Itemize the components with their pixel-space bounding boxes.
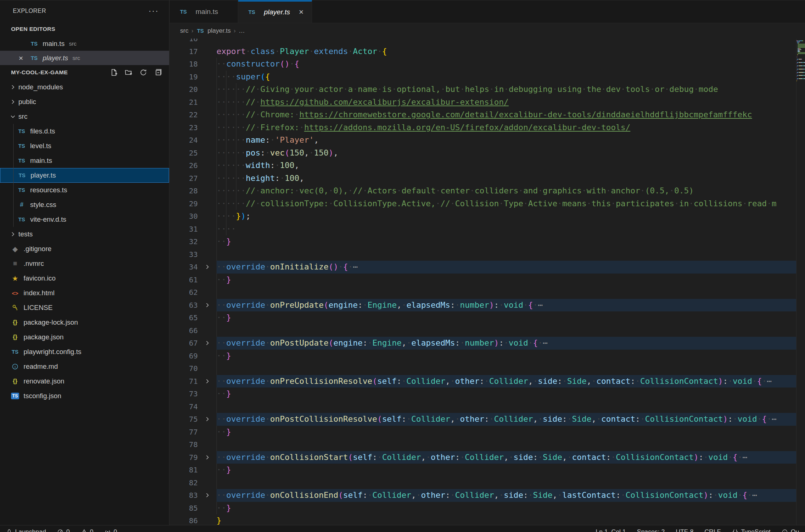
- tree-file-.nvmrc[interactable]: ≡.nvmrc: [0, 256, 169, 271]
- code-line-63[interactable]: 63··override·onPreUpdate(engine:·Engine,…: [170, 299, 796, 312]
- open-editor-main.ts[interactable]: TSmain.tssrc: [0, 36, 169, 51]
- close-icon[interactable]: ×: [15, 51, 26, 65]
- code-text: ··}: [217, 388, 796, 400]
- breadcrumb-file[interactable]: player.ts: [208, 27, 231, 35]
- code-line-28[interactable]: 28······//·anchor:·vec(0,·0),·//·Actors·…: [170, 185, 796, 197]
- code-line-75[interactable]: 75··override·onPostCollisionResolve(self…: [170, 413, 796, 426]
- status-item-0[interactable]: 0: [57, 528, 69, 532]
- code-line-83[interactable]: 83··override·onCollisionEnd(self:·Collid…: [170, 489, 796, 502]
- close-icon[interactable]: ×: [299, 7, 304, 17]
- tree-file-tsconfig.json[interactable]: TStsconfig.json: [0, 389, 169, 403]
- code-line-82[interactable]: 82: [170, 476, 796, 489]
- minimap[interactable]: [796, 39, 805, 532]
- tree-file-package.json[interactable]: {}package.json: [0, 330, 169, 344]
- status-item-utf-8[interactable]: UTF-8: [676, 528, 693, 532]
- tree-file-favicon.ico[interactable]: ★favicon.ico: [0, 271, 169, 286]
- tree-folder-src[interactable]: src: [0, 109, 169, 124]
- status-item-ln-1-col-1[interactable]: Ln 1, Col 1: [596, 528, 626, 532]
- code-line-74[interactable]: 74: [170, 400, 796, 413]
- code-line-65[interactable]: 65··}: [170, 311, 796, 324]
- code-editor[interactable]: 1617export·class·Player·extends·Actor·{1…: [170, 39, 796, 532]
- status-item-spaces-2[interactable]: Spaces: 2: [637, 528, 665, 532]
- project-header[interactable]: MY-COOL-EX-GAME: [0, 65, 169, 80]
- new-folder-icon[interactable]: [124, 68, 133, 77]
- code-line-66[interactable]: 66: [170, 324, 796, 337]
- tree-file-renovate.json[interactable]: {}renovate.json: [0, 374, 169, 389]
- tree-file-style.css[interactable]: #style.css: [0, 197, 169, 212]
- tab-player.ts[interactable]: TSplayer.ts×: [238, 0, 312, 23]
- status-item-crlf[interactable]: CRLF: [705, 528, 721, 532]
- code-line-30[interactable]: 30····});: [170, 210, 796, 223]
- fold-chevron-icon[interactable]: [198, 299, 217, 312]
- tree-file-files.d.ts[interactable]: TSfiles.d.ts: [0, 124, 169, 139]
- code-line-67[interactable]: 67··override·onPostUpdate(engine:·Engine…: [170, 337, 796, 350]
- code-line-62[interactable]: 62: [170, 286, 796, 299]
- code-line-79[interactable]: 79··override·onCollisionStart(self:·Coll…: [170, 451, 796, 464]
- tree-file-.gitignore[interactable]: ◆.gitignore: [0, 242, 169, 256]
- tree-folder-node_modules[interactable]: node_modules: [0, 80, 169, 94]
- code-line-21[interactable]: 21······//·https://github.com/excaliburj…: [170, 96, 796, 109]
- status-item-0[interactable]: 0: [81, 528, 93, 532]
- code-line-33[interactable]: 33: [170, 248, 796, 261]
- code-line-24[interactable]: 24······name:·'Player',: [170, 134, 796, 147]
- code-line-19[interactable]: 19····super({: [170, 71, 796, 83]
- fold-chevron-icon[interactable]: [198, 413, 217, 426]
- breadcrumb-src[interactable]: src: [180, 27, 189, 35]
- tree-file-level.ts[interactable]: TSlevel.ts: [0, 139, 169, 153]
- tree-file-readme.md[interactable]: readme.md: [0, 359, 169, 374]
- tree-file-LICENSE[interactable]: LICENSE: [0, 300, 169, 315]
- tab-main.ts[interactable]: TSmain.ts: [170, 0, 238, 23]
- tree-folder-tests[interactable]: tests: [0, 227, 169, 242]
- code-line-77[interactable]: 77··}: [170, 426, 796, 439]
- status-item-launchpad[interactable]: Launchpad: [6, 528, 46, 532]
- more-actions-icon[interactable]: ···: [149, 6, 159, 16]
- code-line-29[interactable]: 29······//·collisionType:·CollisionType.…: [170, 197, 796, 210]
- code-line-70[interactable]: 70: [170, 362, 796, 375]
- fold-chevron-icon[interactable]: [198, 261, 217, 274]
- status-item-0[interactable]: 0: [104, 528, 117, 532]
- code-line-31[interactable]: 31····: [170, 223, 796, 236]
- tree-file-resources.ts[interactable]: TSresources.ts: [0, 183, 169, 197]
- fold-chevron-icon[interactable]: [198, 337, 217, 350]
- status-item-qu[interactable]: Qu: [781, 528, 799, 532]
- code-line-27[interactable]: 27······height:·100,: [170, 172, 796, 185]
- code-line-69[interactable]: 69··}: [170, 350, 796, 363]
- tree-file-index.html[interactable]: <>index.html: [0, 286, 169, 300]
- tree-file-vite-env.d.ts[interactable]: TSvite-env.d.ts: [0, 212, 169, 227]
- tree-folder-public[interactable]: public: [0, 94, 169, 109]
- code-line-85[interactable]: 85··}: [170, 502, 796, 515]
- open-editors-header[interactable]: OPEN EDITORS: [0, 22, 169, 36]
- open-editor-player.ts[interactable]: ×TSplayer.tssrc: [0, 51, 169, 65]
- code-line-73[interactable]: 73··}: [170, 388, 796, 400]
- status-label: Launchpad: [15, 528, 46, 532]
- code-line-16[interactable]: 16: [170, 39, 796, 45]
- code-line-20[interactable]: 20······//·Giving·your·actor·a·name·is·o…: [170, 83, 796, 96]
- code-line-25[interactable]: 25······pos:·vec(150,·150),: [170, 147, 796, 160]
- new-file-icon[interactable]: [110, 68, 118, 77]
- fold-chevron-icon[interactable]: [198, 375, 217, 388]
- code-text: ··override·onPostCollisionResolve(self:·…: [217, 413, 796, 426]
- fold-chevron-icon[interactable]: [198, 451, 217, 464]
- collapse-all-icon[interactable]: [154, 68, 162, 77]
- refresh-icon[interactable]: [139, 68, 148, 77]
- code-line-71[interactable]: 71··override·onPreCollisionResolve(self:…: [170, 375, 796, 388]
- status-item-typescript[interactable]: TypeScript: [732, 528, 770, 532]
- code-line-23[interactable]: 23······//·Firefox:·https://addons.mozil…: [170, 121, 796, 134]
- breadcrumb-symbol[interactable]: …: [239, 27, 245, 35]
- tree-file-main.ts[interactable]: TSmain.ts: [0, 153, 169, 168]
- code-line-32[interactable]: 32··}: [170, 235, 796, 248]
- code-line-22[interactable]: 22······//·Chrome:·https://chromewebstor…: [170, 108, 796, 121]
- code-line-61[interactable]: 61··}: [170, 274, 796, 286]
- code-line-18[interactable]: 18··constructor()·{: [170, 58, 796, 71]
- tree-file-playwright.config.ts[interactable]: TSplaywright.config.ts: [0, 344, 169, 359]
- code-line-17[interactable]: 17export·class·Player·extends·Actor·{: [170, 45, 796, 58]
- tree-file-player.ts[interactable]: TSplayer.ts: [0, 168, 169, 183]
- tree-file-package-lock.json[interactable]: {}package-lock.json: [0, 315, 169, 330]
- code-line-26[interactable]: 26······width:·100,: [170, 159, 796, 172]
- code-line-78[interactable]: 78: [170, 438, 796, 451]
- gutter: 79: [170, 451, 217, 464]
- fold-chevron-icon[interactable]: [198, 489, 217, 502]
- code-line-34[interactable]: 34··override·onInitialize()·{·⋯: [170, 261, 796, 274]
- chevron-right-icon: [10, 84, 16, 90]
- code-line-81[interactable]: 81··}: [170, 464, 796, 476]
